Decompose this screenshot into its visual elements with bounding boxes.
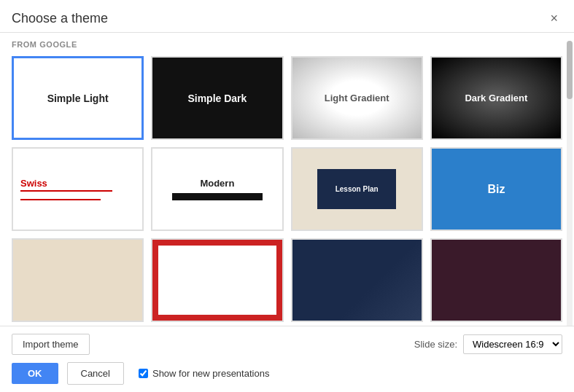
theme-preview-red-border [152, 240, 282, 321]
section-label: FROM GOOGLE [12, 40, 562, 49]
dialog-footer: Import theme Slide size: Widescreen 16:9… [0, 326, 574, 392]
theme-preview-light-gradient: Light Gradient [292, 58, 422, 138]
themes-grid: Simple Light Simple Dark Light Gradient … [12, 56, 562, 322]
close-button[interactable]: × [546, 10, 562, 26]
theme-card-dark-blue[interactable] [291, 238, 423, 322]
theme-card-modern[interactable]: Modern [151, 147, 283, 231]
light-gradient-label: Light Gradient [325, 93, 389, 103]
theme-preview-dark-blue [292, 240, 422, 321]
ok-button[interactable]: OK [12, 363, 58, 384]
scrollbar-thumb[interactable] [567, 41, 573, 99]
theme-card-dark-purple[interactable] [430, 238, 562, 322]
import-theme-button[interactable]: Import theme [12, 334, 90, 355]
theme-preview-dark-purple [432, 240, 561, 321]
theme-card-dark-gradient[interactable]: Dark Gradient [430, 56, 562, 140]
theme-preview-swiss: Swiss [13, 149, 142, 230]
modern-bar [172, 193, 263, 200]
show-for-new-presentations-checkbox[interactable] [139, 369, 148, 378]
simple-dark-label: Simple Dark [187, 93, 247, 104]
theme-card-simple-dark[interactable]: Simple Dark [151, 56, 283, 140]
dialog-body: FROM GOOGLE Simple Light Simple Dark Lig… [0, 33, 574, 324]
dialog-title: Choose a theme [12, 11, 108, 26]
show-for-new-presentations-label[interactable]: Show for new presentations [139, 368, 269, 379]
dark-gradient-label: Dark Gradient [465, 93, 527, 103]
theme-preview-dark-gradient: Dark Gradient [432, 58, 561, 138]
theme-card-swiss[interactable]: Swiss [12, 147, 144, 231]
theme-preview-beige [13, 240, 142, 321]
slide-size-area: Slide size: Widescreen 16:9 Standard 4:3… [414, 334, 562, 354]
theme-preview-biz: Biz [432, 149, 561, 230]
theme-card-beige[interactable] [12, 238, 144, 322]
biz-label: Biz [487, 183, 505, 196]
theme-preview-simple-light: Simple Light [14, 58, 141, 138]
swiss-title: Swiss [20, 178, 112, 192]
theme-card-light-gradient[interactable]: Light Gradient [291, 56, 423, 140]
slide-size-label: Slide size: [414, 339, 457, 350]
slide-size-select[interactable]: Widescreen 16:9 Standard 4:3 Custom [463, 334, 562, 354]
choose-theme-dialog: Choose a theme × FROM GOOGLE Simple Ligh… [0, 0, 574, 392]
cancel-button[interactable]: Cancel [67, 362, 124, 385]
scrollbar-track [567, 41, 573, 332]
theme-preview-lesson-plan: Lesson Plan [292, 149, 422, 230]
theme-card-simple-light[interactable]: Simple Light [12, 56, 144, 140]
simple-light-label: Simple Light [47, 93, 109, 104]
theme-card-red-border[interactable] [151, 238, 283, 322]
footer-row2: OK Cancel Show for new presentations [12, 362, 562, 385]
swiss-line [20, 199, 101, 200]
show-checkbox-text: Show for new presentations [152, 368, 269, 379]
dialog-header: Choose a theme × [0, 0, 574, 33]
modern-title: Modern [200, 178, 234, 189]
theme-card-lesson-plan[interactable]: Lesson Plan [291, 147, 423, 231]
lesson-plan-inner: Lesson Plan [317, 169, 395, 208]
footer-row1: Import theme Slide size: Widescreen 16:9… [12, 334, 562, 355]
theme-preview-simple-dark: Simple Dark [152, 58, 282, 138]
theme-card-biz[interactable]: Biz [430, 147, 562, 231]
lesson-plan-label: Lesson Plan [336, 185, 379, 193]
theme-preview-modern: Modern [152, 149, 282, 230]
